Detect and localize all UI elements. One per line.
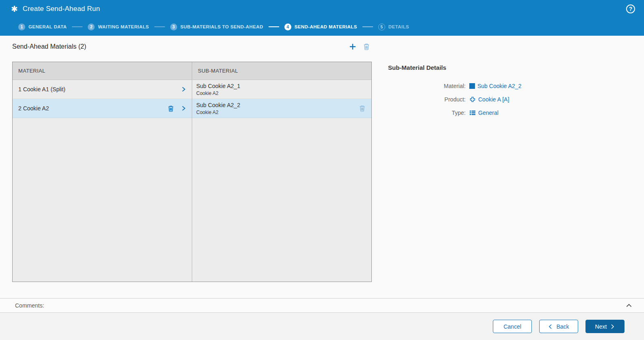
app-asterisk-icon: ✱ [11,5,18,13]
add-material-button[interactable] [347,41,358,52]
column-header-sub-material: SUB-MATERIAL [192,62,371,80]
field-value-text: Cookie A [A] [478,96,509,103]
page-title: Create Send-Ahead Run [23,5,626,13]
material-row-label: 2 Cookie A2 [18,105,167,112]
type-link[interactable]: General [469,110,499,116]
column-header-material: MATERIAL [13,62,192,80]
step-general-data[interactable]: 1 GENERAL DATA [18,24,67,30]
product-cross-icon [469,96,476,103]
sub-material-row-label: Sub Cookie A2_2 [196,102,366,108]
list-icon [469,110,476,116]
step-number-badge: 5 [378,24,385,30]
details-panel-title: Sub-Material Details [388,64,563,71]
step-waiting-materials[interactable]: 2 WAITING MATERIALS [88,24,149,30]
step-connector [362,26,373,27]
table-body: 1 Cookie A1 (Split) 2 Cookie A2 [13,80,371,282]
create-send-ahead-run-window: ✱ Create Send-Ahead Run ? 1 GENERAL DATA… [0,0,644,340]
table-header-row: MATERIAL SUB-MATERIAL [13,62,371,80]
step-sub-materials-to-send-ahead[interactable]: 3 SUB-MATERIALS TO SEND-AHEAD [170,24,263,30]
step-details[interactable]: 5 DETAILS [378,24,409,30]
sub-material-row[interactable]: Sub Cookie A2_2 Cookie A2 [192,99,371,118]
cancel-button-label: Cancel [503,323,521,330]
sub-material-details-panel: Sub-Material Details Material: Sub Cooki… [388,64,563,122]
sub-material-row-sublabel: Cookie A2 [196,110,366,115]
material-square-icon [469,83,475,89]
material-row[interactable]: 2 Cookie A2 [13,99,192,118]
help-icon[interactable]: ? [626,4,635,13]
sub-material-row-sublabel: Cookie A2 [196,90,366,96]
sub-material-list-pane: Sub Cookie A2_1 Cookie A2 Sub Cookie A2_… [192,80,371,282]
plus-icon [349,43,357,51]
trash-icon[interactable] [167,105,174,112]
next-button-label: Next [595,323,607,330]
step-connector [154,26,165,27]
step-label: SUB-MATERIALS TO SEND-AHEAD [180,24,263,29]
chevron-left-icon [548,324,553,329]
field-value-text: General [478,110,499,116]
back-button-label: Back [556,323,569,330]
back-button[interactable]: Back [539,320,578,333]
material-list-pane: 1 Cookie A1 (Split) 2 Cookie A2 [13,80,192,282]
chevron-right-icon[interactable] [180,105,187,112]
step-label: DETAILS [388,24,409,29]
trash-icon [363,43,370,50]
wizard-footer: Cancel Back Next [0,313,644,340]
section-title: Send-Ahead Materials (2) [12,43,347,50]
cancel-button[interactable]: Cancel [493,320,532,333]
top-bar: ✱ Create Send-Ahead Run ? [0,0,644,18]
material-link[interactable]: Sub Cookie A2_2 [469,83,521,89]
step-connector [72,26,82,27]
field-label: Product: [388,96,469,103]
detail-field-type: Type: General [388,108,563,117]
step-send-ahead-materials[interactable]: 4 SEND-AHEAD MATERIALS [284,24,357,30]
next-button[interactable]: Next [585,320,624,333]
sub-material-row-label: Sub Cookie A2_1 [196,83,366,89]
detail-field-material: Material: Sub Cookie A2_2 [388,82,563,90]
product-link[interactable]: Cookie A [A] [469,96,509,103]
sub-material-row[interactable]: Sub Cookie A2_1 Cookie A2 [192,80,371,99]
field-label: Type: [388,110,469,116]
step-connector [269,26,279,27]
detail-field-product: Product: Cookie A [A] [388,95,563,104]
step-number-badge: 4 [284,24,291,30]
step-number-badge: 1 [18,24,25,30]
chevron-right-icon[interactable] [180,86,187,93]
comments-bar[interactable]: Comments: [0,298,644,313]
step-number-badge: 2 [88,24,95,30]
step-number-badge: 3 [170,24,177,30]
trash-icon-disabled[interactable] [359,105,366,112]
material-row-label: 1 Cookie A1 (Split) [18,86,180,93]
step-label: SEND-AHEAD MATERIALS [295,24,357,29]
wizard-stepper: 1 GENERAL DATA 2 WAITING MATERIALS 3 SUB… [0,18,644,36]
field-label: Material: [388,83,469,89]
send-ahead-materials-table: MATERIAL SUB-MATERIAL 1 Cookie A1 (Split… [12,62,372,282]
main-content: Send-Ahead Materials (2) MATERIAL [0,36,644,298]
send-ahead-materials-header: Send-Ahead Materials (2) [12,41,372,53]
delete-material-button-disabled[interactable] [361,41,372,52]
step-label: GENERAL DATA [28,24,67,29]
chevron-up-icon[interactable] [625,302,633,309]
chevron-right-icon [610,324,615,329]
comments-label: Comments: [15,302,44,309]
material-row[interactable]: 1 Cookie A1 (Split) [13,80,192,99]
field-value-text: Sub Cookie A2_2 [477,83,521,89]
step-label: WAITING MATERIALS [98,24,149,29]
